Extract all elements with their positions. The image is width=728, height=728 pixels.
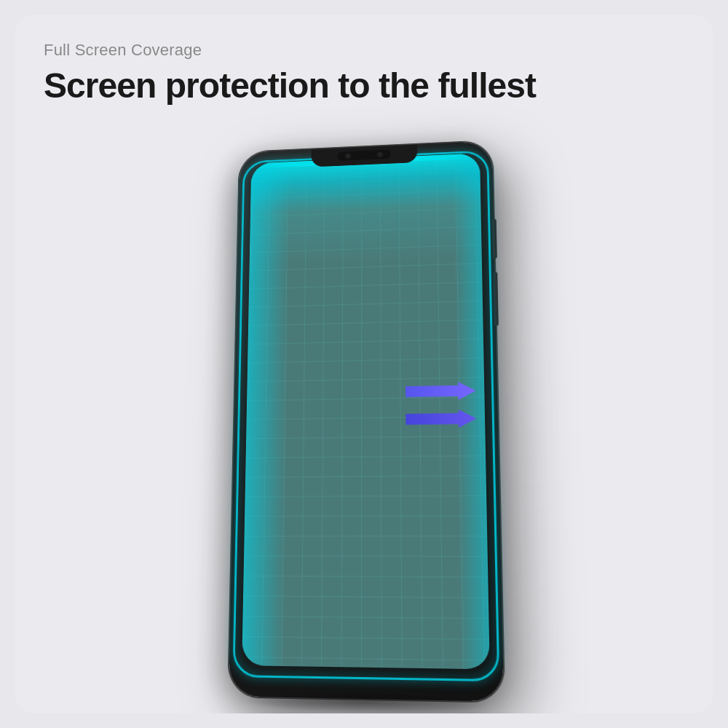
camera-dot-right xyxy=(377,152,382,157)
arrow-shape-1 xyxy=(405,381,476,400)
screen-glow-left xyxy=(242,162,290,666)
phone-shadow xyxy=(242,689,489,713)
side-button-mid xyxy=(493,272,498,325)
arrow-shape-2 xyxy=(405,409,476,428)
text-section: Full Screen Coverage Screen protection t… xyxy=(15,15,713,106)
camera-dot-left xyxy=(346,154,351,159)
arrow-2 xyxy=(405,409,476,428)
arrow-1 xyxy=(405,381,476,400)
subtitle: Full Screen Coverage xyxy=(44,41,684,60)
product-card: Full Screen Coverage Screen protection t… xyxy=(15,15,713,713)
side-button-top xyxy=(492,219,497,259)
arrows-container xyxy=(405,381,477,428)
image-section xyxy=(15,106,713,713)
phone-3d xyxy=(229,141,504,702)
title: Screen protection to the fullest xyxy=(44,66,684,106)
phone-perspective xyxy=(182,116,546,713)
